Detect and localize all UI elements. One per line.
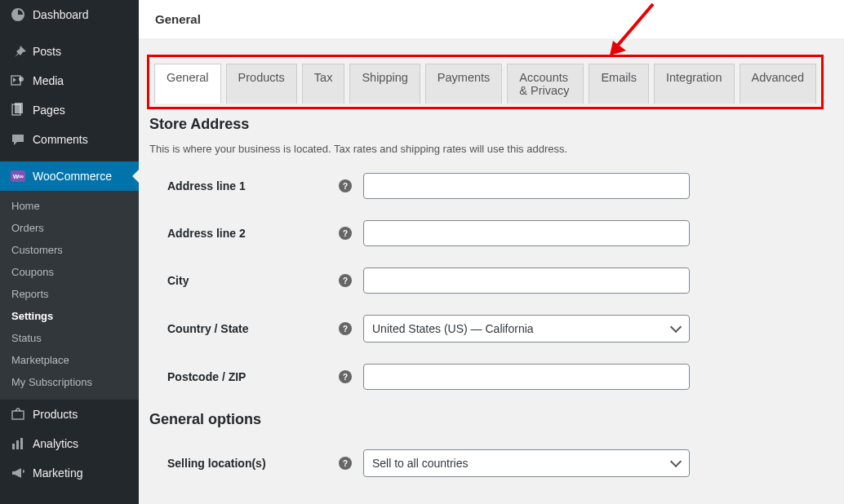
sidebar-item-label: Comments bbox=[33, 133, 88, 146]
tab-tax[interactable]: Tax bbox=[302, 64, 345, 104]
submenu-item-reports[interactable]: Reports bbox=[0, 283, 139, 305]
field-label: Selling location(s) bbox=[167, 457, 339, 470]
field-row-address1: Address line 1 ? bbox=[167, 173, 828, 199]
sidebar-item-pages[interactable]: Pages bbox=[0, 95, 139, 125]
sidebar-item-label: WooCommerce bbox=[33, 170, 112, 183]
tabs-highlight-box: General Products Tax Shipping Payments A… bbox=[147, 55, 824, 109]
submenu-item-coupons[interactable]: Coupons bbox=[0, 261, 139, 283]
field-label: Address line 1 bbox=[167, 179, 339, 192]
help-icon[interactable]: ? bbox=[339, 457, 352, 470]
submenu-item-status[interactable]: Status bbox=[0, 327, 139, 349]
field-row-country: Country / State ? United States (US) — C… bbox=[167, 315, 828, 343]
submenu-item-marketplace[interactable]: Marketplace bbox=[0, 349, 139, 371]
svg-rect-0 bbox=[11, 76, 20, 85]
submenu-item-orders[interactable]: Orders bbox=[0, 217, 139, 239]
help-icon[interactable]: ? bbox=[339, 274, 352, 287]
megaphone-icon bbox=[10, 465, 26, 481]
sidebar-item-comments[interactable]: Comments bbox=[0, 125, 139, 154]
field-row-city: City ? bbox=[167, 267, 828, 294]
tab-shipping[interactable]: Shipping bbox=[349, 64, 420, 104]
sidebar-submenu: Home Orders Customers Coupons Reports Se… bbox=[0, 191, 139, 400]
sidebar-item-posts[interactable]: Posts bbox=[0, 37, 139, 66]
tab-advanced[interactable]: Advanced bbox=[740, 64, 817, 104]
sidebar-item-label: Media bbox=[33, 74, 64, 87]
field-label: Address line 2 bbox=[167, 227, 339, 240]
sidebar-item-dashboard[interactable]: Dashboard bbox=[0, 0, 139, 29]
submenu-item-subscriptions[interactable]: My Subscriptions bbox=[0, 371, 139, 393]
submenu-item-settings[interactable]: Settings bbox=[0, 305, 139, 327]
field-label: City bbox=[167, 274, 339, 287]
page-icon bbox=[10, 102, 26, 118]
sidebar-item-label: Dashboard bbox=[33, 8, 89, 21]
submenu-item-customers[interactable]: Customers bbox=[0, 239, 139, 261]
tab-accounts-privacy[interactable]: Accounts & Privacy bbox=[507, 64, 584, 104]
analytics-icon bbox=[10, 435, 26, 452]
sidebar-item-label: Analytics bbox=[33, 437, 78, 450]
svg-rect-5 bbox=[12, 444, 15, 449]
field-label: Postcode / ZIP bbox=[167, 370, 339, 383]
comment-icon bbox=[10, 131, 26, 148]
admin-sidebar: Dashboard Posts Media Pages Comments W∞ … bbox=[0, 0, 139, 504]
sidebar-item-analytics[interactable]: Analytics bbox=[0, 429, 139, 458]
svg-rect-3 bbox=[15, 103, 23, 113]
tab-payments[interactable]: Payments bbox=[425, 64, 502, 104]
help-icon[interactable]: ? bbox=[339, 322, 352, 335]
page-title-bar: General bbox=[139, 0, 844, 38]
svg-rect-4 bbox=[12, 411, 24, 419]
section-description: This is where your business is located. … bbox=[149, 143, 828, 155]
sidebar-item-marketing[interactable]: Marketing bbox=[0, 458, 139, 488]
pushpin-icon bbox=[10, 43, 26, 60]
help-icon[interactable]: ? bbox=[339, 179, 352, 192]
address1-input[interactable] bbox=[363, 173, 690, 199]
country-select[interactable]: United States (US) — California bbox=[363, 315, 690, 343]
products-icon bbox=[10, 406, 26, 422]
sidebar-item-label: Marketing bbox=[33, 466, 82, 480]
tab-products[interactable]: Products bbox=[226, 64, 297, 104]
sidebar-item-products[interactable]: Products bbox=[0, 400, 139, 429]
section-title-general-options: General options bbox=[149, 411, 828, 428]
svg-point-1 bbox=[19, 77, 24, 82]
sidebar-item-label: Posts bbox=[33, 45, 61, 58]
main-content: General General Products Tax Shipping Pa… bbox=[139, 0, 844, 504]
help-icon[interactable]: ? bbox=[339, 370, 352, 383]
svg-rect-7 bbox=[20, 438, 23, 449]
tab-emails[interactable]: Emails bbox=[589, 64, 649, 104]
selling-location-select[interactable]: Sell to all countries bbox=[363, 449, 690, 477]
sidebar-item-label: Products bbox=[33, 408, 78, 421]
sidebar-item-woocommerce[interactable]: W∞ WooCommerce bbox=[0, 161, 139, 191]
sidebar-item-media[interactable]: Media bbox=[0, 66, 139, 95]
field-row-selling-location: Selling location(s) ? Sell to all countr… bbox=[167, 449, 828, 477]
tab-integration[interactable]: Integration bbox=[654, 64, 735, 104]
field-row-address2: Address line 2 ? bbox=[167, 220, 828, 246]
section-title-store-address: Store Address bbox=[149, 116, 828, 133]
field-row-postcode: Postcode / ZIP ? bbox=[167, 364, 828, 390]
address2-input[interactable] bbox=[363, 220, 690, 246]
field-label: Country / State bbox=[167, 322, 339, 335]
city-input[interactable] bbox=[363, 267, 690, 294]
page-title: General bbox=[155, 12, 844, 26]
help-icon[interactable]: ? bbox=[339, 227, 352, 240]
settings-tabs: General Products Tax Shipping Payments A… bbox=[154, 64, 816, 104]
woocommerce-icon: W∞ bbox=[10, 168, 26, 184]
postcode-input[interactable] bbox=[363, 364, 690, 390]
dashboard-icon bbox=[10, 7, 26, 23]
tab-general[interactable]: General bbox=[154, 64, 221, 104]
sidebar-item-label: Pages bbox=[33, 104, 65, 117]
submenu-item-home[interactable]: Home bbox=[0, 195, 139, 217]
svg-rect-6 bbox=[16, 440, 19, 449]
media-icon bbox=[10, 73, 26, 89]
